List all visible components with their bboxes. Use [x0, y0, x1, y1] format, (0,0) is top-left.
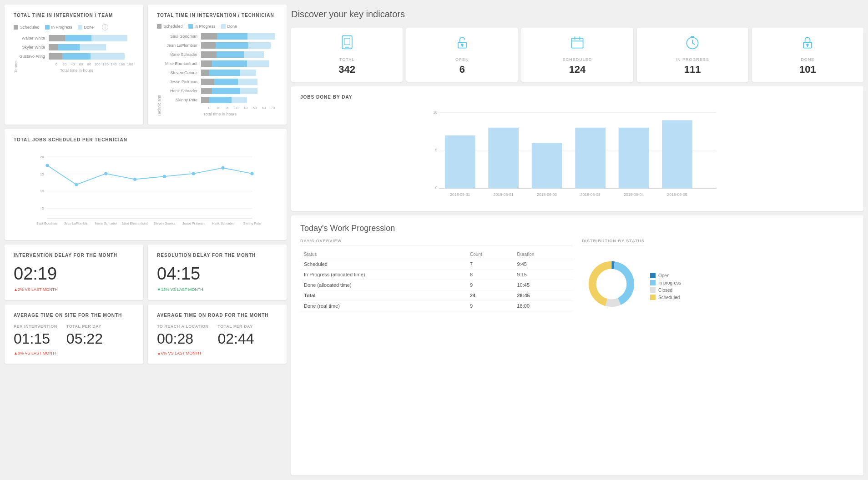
svg-point-32 — [807, 44, 809, 46]
scheduled-chart-title: TOTAL JOBS SCHEDULED PER TECHNICIAN — [14, 137, 278, 142]
team-chart-title: TOTAL TIME IN INTERVENTION / TEAM — [14, 13, 134, 18]
bar-row-gustavo: Gustavo Fring — [19, 53, 134, 60]
bar-row-steven: Steven Gomez — [162, 70, 278, 76]
svg-text:2018-06-02: 2018-06-02 — [537, 192, 557, 197]
kpi-scheduled-label: SCHEDULED — [526, 57, 628, 62]
gustavo-inprogress — [62, 53, 91, 60]
tech-chart-card: TOTAL TIME IN INTERVENTION / TECHNICIAN … — [148, 5, 287, 125]
row-realtime-count: 9 — [466, 301, 514, 311]
kpi-done: DONE 101 — [752, 28, 863, 82]
days-overview-label: DAY'S OVERVIEW — [300, 239, 573, 245]
bar-label-marie: Marie Schrader — [162, 52, 201, 57]
bar-row-mike: Mike Ehrmantraut — [162, 60, 278, 67]
svg-text:0: 0 — [435, 185, 438, 190]
tech-x-title: Total time in hours — [162, 112, 278, 116]
mike-inprogress — [212, 60, 247, 67]
hank-done — [240, 88, 258, 94]
bar-2018-06-04 — [619, 128, 649, 189]
dot-2 — [104, 172, 107, 175]
unlock-svg — [454, 34, 470, 50]
dot-3 — [133, 178, 136, 181]
inprogress-label: In Progress — [51, 25, 72, 30]
dot-7 — [250, 172, 253, 175]
col-duration: Duration — [513, 250, 573, 259]
row-done-status: Done (allocated time) — [300, 280, 466, 290]
scheduled-chart-card: TOTAL JOBS SCHEDULED PER TECHNICIAN 20 1… — [5, 129, 287, 240]
row-total-duration: 28:45 — [513, 290, 573, 301]
skinny-scheduled — [201, 97, 209, 103]
jean-done — [248, 42, 271, 49]
kpi-section: Discover your key indicators TOTAL 342 — [291, 5, 863, 82]
kpi-open-value: 6 — [411, 64, 513, 75]
svg-text:5: 5 — [435, 148, 438, 152]
kpi-scheduled: SCHEDULED 124 — [521, 28, 633, 82]
bar-label-mike: Mike Ehrmantraut — [162, 61, 201, 66]
svg-text:Jean LaPlombier: Jean LaPlombier — [64, 221, 89, 225]
gustavo-scheduled — [49, 53, 62, 60]
legend-closed-label: Closed — [658, 288, 672, 293]
dashboard: TOTAL TIME IN INTERVENTION / TEAM Schedu… — [0, 0, 868, 480]
done-color — [78, 25, 82, 30]
steven-inprogress — [209, 70, 240, 76]
jesse-done — [238, 79, 258, 85]
mike-done — [247, 60, 269, 67]
avg-road-total: TOTAL PER DAY 02:44 — [218, 324, 254, 347]
tech-bars: Saul Goodman Jean LaPlombier — [162, 33, 278, 116]
avg-row: AVERAGE TIME ON SITE FOR THE MONTH PER I… — [5, 305, 287, 364]
jean-scheduled — [201, 42, 216, 49]
legend-inprogress-dist: In progress — [650, 280, 681, 285]
jesse-inprogress — [214, 79, 238, 85]
info-icon[interactable]: i — [102, 24, 108, 30]
intervention-delay-title: INTERVENTION DELAY FOR THE MONTH — [14, 253, 134, 258]
steven-scheduled — [201, 70, 209, 76]
resolution-delay-card: RESOLUTION DELAY FOR THE MONTH 04:15 ▼12… — [148, 245, 287, 300]
row-total-status: Total — [300, 290, 466, 301]
walter-inprogress — [65, 35, 91, 41]
inprogress-color — [45, 25, 50, 30]
svg-text:Steven Gomez: Steven Gomez — [154, 221, 176, 225]
marie-inprogress — [217, 51, 244, 58]
legend-done: Done — [78, 25, 94, 30]
tablet-svg — [339, 34, 355, 50]
svg-text:Jesse Pinkman: Jesse Pinkman — [182, 221, 205, 225]
donut-container: Open In progress Closed — [582, 255, 681, 314]
bar-row-walter: Walter White — [19, 35, 134, 41]
kpi-total-label: TOTAL — [296, 57, 398, 62]
lock-svg — [799, 34, 816, 50]
avg-road-sub-row: TO REACH A LOCATION 00:28 TOTAL PER DAY … — [157, 324, 278, 347]
dot-6 — [222, 166, 225, 170]
jobs-chart-card: JOBS DONE BY DAY 10 5 0 — [291, 86, 863, 211]
steven-done — [240, 70, 256, 76]
tech-chart-title: TOTAL TIME IN INTERVENTION / TECHNICIAN — [157, 13, 278, 18]
days-overview: DAY'S OVERVIEW Status Count Duration Sch… — [300, 239, 573, 314]
avg-site-per-intervention: PER INTERVENTION 01:15 — [14, 324, 57, 347]
bar-row-jesse: Jesse Pinkman — [162, 79, 278, 85]
team-x-title: Total time in hours — [19, 68, 134, 73]
bar-track-jesse — [201, 79, 278, 85]
table-total-row: Total 24 28:45 — [300, 290, 573, 301]
table-row: In Progress (allocated time) 8 9:15 — [300, 270, 573, 280]
legend-inprogress-color — [650, 280, 656, 285]
bar-2018-06-01 — [488, 128, 519, 189]
overview-table: Status Count Duration Scheduled 7 9:45 — [300, 250, 573, 311]
svg-text:Saul Goodman: Saul Goodman — [36, 221, 58, 225]
intervention-delay-vs: ▲2% VS LAST MONTH — [14, 287, 134, 292]
kpi-open: OPEN 6 — [406, 28, 518, 82]
delay-row: INTERVENTION DELAY FOR THE MONTH 02:19 ▲… — [5, 245, 287, 300]
table-row: Done (real time) 9 18:00 — [300, 301, 573, 311]
skyler-inprogress — [58, 44, 80, 50]
kpi-title: Discover your key indicators — [291, 5, 863, 23]
bar-track-gustavo — [49, 53, 134, 60]
work-prog-inner: DAY'S OVERVIEW Status Count Duration Sch… — [300, 239, 854, 314]
scheduled-label: Scheduled — [20, 25, 40, 30]
bar-track-jean — [201, 42, 278, 49]
unlock-icon — [411, 34, 513, 54]
row-realtime-duration: 18:00 — [513, 301, 573, 311]
distribution-label: DISTRIBUTION BY STATUS — [582, 239, 645, 245]
row-scheduled-status: Scheduled — [300, 259, 466, 270]
skyler-scheduled — [49, 44, 58, 50]
kpi-inprogress-label: IN PROGRESS — [641, 57, 744, 62]
legend-scheduled-dist-label: Scheduled — [658, 295, 680, 300]
bar-label-saul: Saul Goodman — [162, 34, 201, 39]
col-status: Status — [300, 250, 466, 259]
